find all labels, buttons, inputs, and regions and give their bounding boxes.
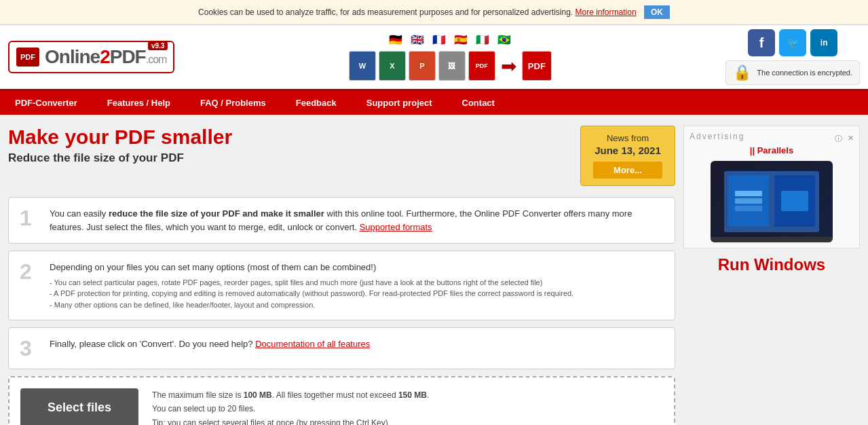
- header-right: f 🐦 in 🔒 The connection is encrypted.: [725, 29, 860, 85]
- upload-info: The maximum file size is 100 MB. All fil…: [152, 388, 429, 425]
- step-3-content: Finally, please click on 'Convert'. Do y…: [50, 337, 664, 351]
- step-2-main-text: Depending on your files you can set many…: [50, 261, 664, 274]
- hero-title: Make your PDF smaller: [8, 126, 580, 149]
- flag-br[interactable]: 🇧🇷: [495, 33, 513, 45]
- step-2-sub1: - You can select particular pages, rotat…: [50, 277, 664, 289]
- converter-icons: W X P 🖼 PDF ➡ PDF: [349, 51, 552, 81]
- pdf-output-icon: PDF: [522, 51, 552, 81]
- step-2-sub3: - Many other options can be defined, lik…: [50, 299, 664, 311]
- step-1-content: You can easily reduce the file size of y…: [50, 207, 664, 234]
- parallels-logo: || Parallels: [750, 145, 793, 155]
- hero-text: Make your PDF smaller Reduce the file si…: [8, 126, 580, 165]
- news-box: News from June 13, 2021 More...: [580, 126, 675, 186]
- facebook-button[interactable]: f: [748, 29, 775, 56]
- step-1-text-prefix: You can easily: [50, 208, 109, 219]
- hero-subtitle: Reduce the file size of your PDF: [8, 151, 580, 165]
- documentation-link[interactable]: Documentation of all features: [255, 339, 370, 349]
- nav-support-project[interactable]: Support project: [352, 91, 447, 115]
- supported-formats-link[interactable]: Supported formats: [360, 222, 432, 232]
- ad-content: || Parallels: [690, 145, 854, 155]
- header: v9.3 PDF Online2PDF.com 🇩🇪 🇬🇧 🇫🇷 🇪🇸 🇮🇹 🇧…: [0, 25, 868, 91]
- nav-features-help[interactable]: Features / Help: [92, 91, 185, 115]
- nav-contact[interactable]: Contact: [447, 91, 510, 115]
- nav-feedback[interactable]: Feedback: [281, 91, 352, 115]
- ssl-text: The connection is encrypted.: [757, 69, 852, 77]
- ssl-icon: 🔒: [733, 64, 751, 81]
- excel-icon: X: [379, 51, 406, 81]
- news-more-button[interactable]: More...: [593, 162, 662, 179]
- step-3-box: 3 Finally, please click on 'Convert'. Do…: [8, 327, 675, 369]
- laptop-screen: [724, 171, 819, 232]
- flag-de[interactable]: 🇩🇪: [387, 33, 404, 45]
- select-files-button[interactable]: Select files: [20, 388, 138, 425]
- main-content: Make your PDF smaller Reduce the file si…: [8, 126, 675, 425]
- cookie-ok-button[interactable]: OK: [644, 5, 670, 19]
- news-label: News from: [593, 133, 662, 143]
- run-windows-title: Run Windows: [683, 255, 860, 274]
- language-flags: 🇩🇪 🇬🇧 🇫🇷 🇪🇸 🇮🇹 🇧🇷: [387, 33, 513, 45]
- word-icon: W: [349, 51, 376, 81]
- upload-area: Select files The maximum file size is 10…: [8, 376, 675, 425]
- step-3-number: 3: [20, 337, 40, 359]
- step-1-bold-text: reduce the file size of your PDF and mak…: [109, 208, 324, 219]
- upload-info-prefix: The maximum file size is: [152, 390, 244, 400]
- image-icon: 🖼: [438, 51, 466, 81]
- social-icons: f 🐦 in: [748, 29, 837, 56]
- step-3-text-prefix: Finally, please click on 'Convert'. Do y…: [50, 339, 255, 349]
- laptop-image: [711, 161, 833, 242]
- logo-version: v9.3: [148, 41, 168, 50]
- flag-gb[interactable]: 🇬🇧: [409, 33, 426, 45]
- news-date: June 13, 2021: [593, 145, 662, 156]
- sidebar: Advertising ⓘ ✕ || Parallels: [683, 126, 860, 425]
- upload-max-mb: 100 MB: [244, 390, 272, 400]
- convert-arrow-icon: ➡: [501, 55, 516, 77]
- ad-box: Advertising ⓘ ✕ || Parallels: [683, 126, 860, 248]
- step-1-box: 1 You can easily reduce the file size of…: [8, 197, 675, 244]
- upload-file-count: You can select up to 20 files.: [152, 402, 429, 415]
- main-nav: PDF-Converter Features / Help FAQ / Prob…: [0, 91, 868, 115]
- flag-es[interactable]: 🇪🇸: [452, 33, 470, 45]
- upload-tip: Tip: you can select several files at onc…: [152, 416, 429, 425]
- multi-pdf-icon: PDF: [468, 51, 495, 81]
- upload-max-size-line: The maximum file size is 100 MB. All fil…: [152, 388, 429, 402]
- flag-it[interactable]: 🇮🇹: [474, 33, 491, 45]
- step-2-sub2: - A PDF protection for printing, copying…: [50, 288, 664, 299]
- ad-info-icon[interactable]: ⓘ: [835, 134, 842, 144]
- logo-pdf-icon: PDF: [16, 48, 39, 67]
- ssl-box: 🔒 The connection is encrypted.: [725, 60, 860, 85]
- nav-pdf-converter[interactable]: PDF-Converter: [0, 91, 92, 115]
- main-wrapper: Make your PDF smaller Reduce the file si…: [0, 115, 868, 425]
- step-2-number: 2: [20, 261, 40, 282]
- twitter-button[interactable]: 🐦: [779, 29, 806, 56]
- ad-label: Advertising: [690, 132, 744, 141]
- header-center: 🇩🇪 🇬🇧 🇫🇷 🇪🇸 🇮🇹 🇧🇷 W X P 🖼 PDF ➡ PDF: [349, 33, 552, 81]
- upload-info-mid: . All files together must not exceed: [272, 390, 398, 400]
- flag-fr[interactable]: 🇫🇷: [430, 33, 448, 45]
- nav-faq-problems[interactable]: FAQ / Problems: [185, 91, 281, 115]
- step-2-box: 2 Depending on your files you can set ma…: [8, 251, 675, 320]
- ppt-icon: P: [409, 51, 436, 81]
- logo-area: v9.3 PDF Online2PDF.com: [8, 41, 174, 73]
- cookie-banner: Cookies can be used to analyze traffic, …: [0, 0, 868, 25]
- step-1-number: 1: [20, 207, 40, 229]
- upload-max-total-mb: 150 MB: [398, 390, 427, 400]
- ad-close-icon[interactable]: ✕: [848, 134, 854, 144]
- hero-section: Make your PDF smaller Reduce the file si…: [8, 126, 675, 186]
- linkedin-button[interactable]: in: [810, 29, 837, 56]
- cookie-text: Cookies can be used to analyze traffic, …: [198, 7, 573, 17]
- step-2-content: Depending on your files you can set many…: [50, 261, 664, 310]
- logo-box: v9.3 PDF Online2PDF.com: [8, 41, 174, 73]
- cookie-more-link[interactable]: More information: [575, 7, 637, 17]
